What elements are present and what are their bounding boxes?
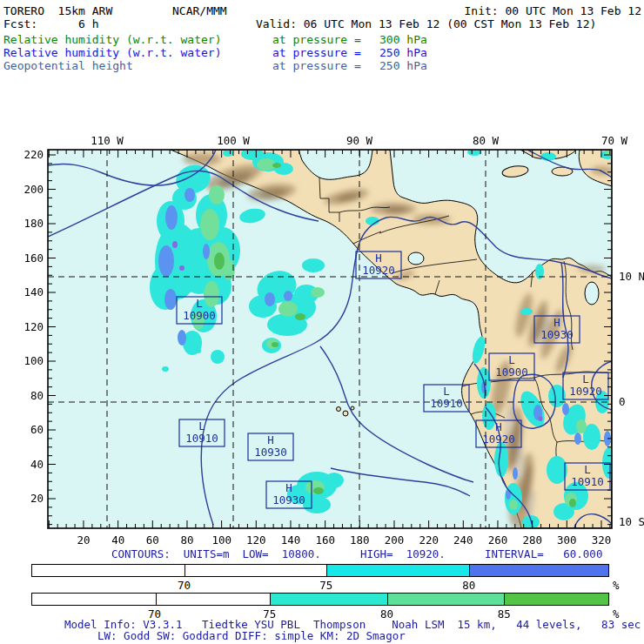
grid-x-tick-label: 280	[522, 533, 542, 547]
lat-tick-label: 10 S	[619, 515, 644, 528]
colorbar-segment	[156, 594, 271, 605]
colorbar-tick-label: 70	[178, 579, 191, 592]
colorbar-unit-label: %	[613, 579, 620, 592]
grid-y-tick-label: 180	[23, 217, 44, 230]
grid-y-tick-label: 140	[23, 285, 44, 299]
colorbar-tick-label: 75	[319, 579, 332, 592]
grid-y-tick-label: 100	[23, 354, 44, 367]
grid-y-tick-label: 60	[30, 423, 44, 436]
grid-x-tick-label: 260	[488, 533, 508, 547]
colorbar-segment	[184, 565, 326, 576]
contour-info-line: CONTOURS: UNITS=m LOW= 10800. HIGH= 1092…	[111, 548, 602, 560]
lat-tick-label: 10 N	[619, 270, 644, 283]
extremum-value: 10920	[482, 433, 515, 446]
extremum-letter: H	[267, 433, 274, 446]
lon-tick-label: 80 W	[473, 134, 500, 147]
grid-x-tick-label: 20	[77, 533, 90, 547]
extremum-letter: L	[582, 372, 589, 386]
colorbar-segment	[469, 565, 608, 576]
colorbar-segment	[270, 594, 386, 605]
colorbar-tick-label: 80	[462, 579, 475, 592]
grid-x-tick-label: 160	[315, 533, 335, 547]
grid-x-tick-label: 200	[385, 533, 405, 547]
grid-x-tick-label: 100	[211, 533, 231, 547]
grid-x-tick-label: 220	[419, 533, 439, 547]
grid-x-tick-label: 40	[111, 533, 124, 547]
extremum-value: 10920	[569, 385, 602, 398]
extremum-value: 10930	[272, 493, 305, 506]
extremum-letter: L	[584, 463, 591, 476]
grid-x-tick-label: 120	[246, 533, 266, 547]
extremum-value: 10910	[430, 397, 463, 410]
grid-x-tick-label: 60	[146, 533, 159, 547]
model-info-line2: LW: Godd SW: Goddard DIFF: simple KM: 2D…	[97, 630, 406, 642]
rh-300hpa-scale	[31, 593, 609, 606]
grid-x-tick-label: 300	[557, 533, 577, 547]
lon-tick-label: 70 W	[601, 134, 628, 147]
extremum-letter: H	[285, 481, 292, 494]
grid-y-tick-label: 80	[30, 389, 44, 402]
grid-y-tick-label: 120	[23, 320, 44, 333]
extremum-value: 10920	[362, 264, 395, 277]
extremum-letter: L	[196, 297, 203, 310]
colorbar-segment	[387, 594, 504, 605]
extremum-letter: H	[375, 252, 382, 265]
grid-x-tick-label: 140	[281, 533, 301, 547]
rh-250hpa-scale	[31, 564, 609, 577]
extremum-value: 10900	[183, 309, 216, 322]
galapagos-island	[343, 411, 348, 416]
extremum-letter: L	[198, 419, 205, 433]
extremum-value: 10930	[540, 328, 574, 341]
grid-y-tick-label: 160	[23, 252, 44, 265]
colorbar-segment	[326, 565, 469, 576]
extremum-letter: H	[495, 420, 502, 433]
grid-y-tick-label: 220	[23, 148, 44, 161]
colorbar-segment	[32, 594, 156, 605]
colorbar-segment	[32, 565, 184, 576]
colorbar-segment	[504, 594, 608, 605]
extremum-value: 10910	[185, 432, 218, 445]
galapagos-island	[337, 407, 341, 412]
grid-y-tick-label: 40	[30, 458, 44, 471]
lon-tick-label: 110 W	[91, 134, 124, 147]
grid-y-tick-label: 200	[23, 183, 44, 196]
extremum-letter: L	[508, 353, 515, 366]
lon-tick-label: 100 W	[217, 134, 250, 147]
grid-x-tick-label: 240	[453, 533, 473, 547]
lat-tick-label: 0	[619, 395, 626, 408]
grid-x-tick-label: 80	[180, 533, 193, 547]
extremum-value: 10900	[495, 366, 528, 379]
grid-x-tick-label: 320	[592, 533, 612, 547]
extremum-value: 10930	[254, 446, 287, 459]
grid-y-tick-label: 20	[30, 492, 44, 505]
extremum-letter: L	[443, 385, 450, 398]
galapagos-island	[351, 406, 354, 410]
lon-tick-label: 90 W	[346, 134, 373, 147]
grid-x-tick-label: 180	[350, 533, 370, 547]
extremum-letter: H	[553, 316, 560, 329]
weather-plot-page: TORERO 15km ARW NCAR/MMM Init: 00 UTC Mo…	[0, 0, 644, 644]
extremum-value: 10910	[571, 475, 604, 488]
